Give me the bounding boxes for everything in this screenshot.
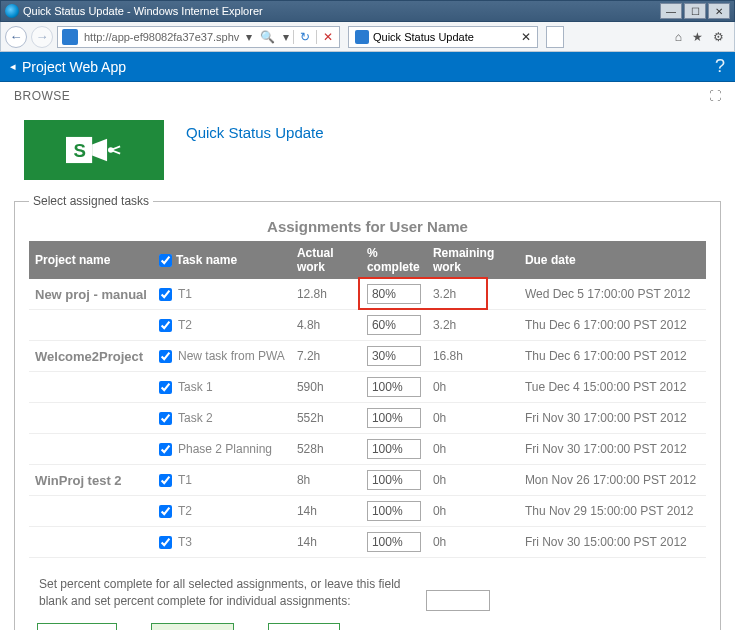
stop-icon[interactable]: ✕ (316, 30, 339, 44)
ie-icon (5, 4, 19, 18)
cell-actual: 552h (291, 403, 361, 434)
cell-pct (361, 372, 427, 403)
close-window-button[interactable]: ✕ (708, 3, 730, 19)
cell-task: Task 2 (153, 403, 291, 434)
table-title: Assignments for User Name (29, 218, 706, 235)
refresh-icon[interactable]: ↻ (293, 30, 316, 44)
cell-due: Fri Nov 30 17:00:00 PST 2012 (519, 403, 706, 434)
cell-actual: 7.2h (291, 341, 361, 372)
cell-remaining: 3.2h (427, 279, 519, 310)
cell-pct (361, 310, 427, 341)
percent-input[interactable] (367, 284, 421, 304)
percent-input[interactable] (367, 377, 421, 397)
cell-project (29, 372, 153, 403)
minimize-button[interactable]: — (660, 3, 682, 19)
percent-input[interactable] (367, 470, 421, 490)
page-title: Quick Status Update (186, 120, 324, 141)
cell-task: T1 (153, 465, 291, 496)
cell-due: Thu Dec 6 17:00:00 PST 2012 (519, 310, 706, 341)
browser-toolbar: ← → ▾ 🔍 ▾ ↻ ✕ Quick Status Update ✕ ⌂ ★ … (0, 22, 735, 52)
task-checkbox[interactable] (159, 505, 172, 518)
percent-input[interactable] (367, 315, 421, 335)
focus-content-icon[interactable]: ⛶ (709, 89, 722, 103)
favorites-icon[interactable]: ★ (692, 30, 703, 44)
cell-actual: 12.8h (291, 279, 361, 310)
cell-actual: 4.8h (291, 310, 361, 341)
bulk-instruction-text: Set percent complete for all selected as… (39, 576, 419, 610)
app-name: Project Web App (22, 59, 126, 75)
task-checkbox[interactable] (159, 443, 172, 456)
percent-input[interactable] (367, 501, 421, 521)
col-remaining: Remaining work (427, 241, 519, 279)
fieldset-legend: Select assigned tasks (29, 194, 153, 208)
new-tab-button[interactable] (546, 26, 564, 48)
site-favicon (62, 29, 78, 45)
cell-project (29, 310, 153, 341)
task-checkbox[interactable] (159, 381, 172, 394)
table-row: Phase 2 Planning528h0hFri Nov 30 17:00:0… (29, 434, 706, 465)
assigned-tasks-fieldset: Select assigned tasks Assignments for Us… (14, 194, 721, 630)
cell-pct (361, 527, 427, 558)
task-checkbox[interactable] (159, 319, 172, 332)
cell-actual: 590h (291, 372, 361, 403)
cell-task: T2 (153, 496, 291, 527)
assignments-table: Project name Task name Actual work % com… (29, 241, 706, 558)
task-checkbox[interactable] (159, 288, 172, 301)
browser-tab[interactable]: Quick Status Update ✕ (348, 26, 538, 48)
col-task: Task name (153, 241, 291, 279)
cell-project: WinProj test 2 (29, 465, 153, 496)
col-actual: Actual work (291, 241, 361, 279)
home-icon[interactable]: ⌂ (675, 30, 682, 44)
cell-actual: 528h (291, 434, 361, 465)
tab-close-icon[interactable]: ✕ (521, 30, 531, 44)
task-checkbox[interactable] (159, 350, 172, 363)
url-dropdown-icon[interactable]: ▾ (242, 30, 256, 44)
tab-title: Quick Status Update (373, 31, 517, 43)
table-row: Welcome2ProjectNew task from PWA7.2h16.8… (29, 341, 706, 372)
bulk-percent-input[interactable] (426, 590, 490, 611)
window-title: Quick Status Update - Windows Internet E… (23, 5, 660, 17)
percent-input[interactable] (367, 439, 421, 459)
task-checkbox[interactable] (159, 536, 172, 549)
task-checkbox[interactable] (159, 474, 172, 487)
percent-input[interactable] (367, 346, 421, 366)
help-icon[interactable]: ? (715, 56, 725, 77)
cell-task: Phase 2 Planning (153, 434, 291, 465)
address-bar[interactable]: ▾ 🔍 ▾ ↻ ✕ (57, 26, 340, 48)
url-input[interactable] (82, 31, 242, 43)
exit-button[interactable]: Exit (268, 623, 340, 630)
cell-actual: 14h (291, 496, 361, 527)
maximize-button[interactable]: ☐ (684, 3, 706, 19)
cell-actual: 8h (291, 465, 361, 496)
task-checkbox[interactable] (159, 412, 172, 425)
percent-input[interactable] (367, 408, 421, 428)
back-button[interactable]: ← (5, 26, 27, 48)
cell-pct (361, 341, 427, 372)
cell-project (29, 496, 153, 527)
cell-project (29, 403, 153, 434)
browse-tab[interactable]: BROWSE (14, 89, 70, 103)
search-icon[interactable]: 🔍 (256, 30, 279, 44)
cell-task: T3 (153, 527, 291, 558)
select-all-checkbox[interactable] (159, 254, 172, 267)
app-ribbon: ◂ Project Web App ? (0, 52, 735, 82)
refresh-button[interactable]: Refresh (151, 623, 235, 630)
percent-input[interactable] (367, 532, 421, 552)
cell-remaining: 0h (427, 403, 519, 434)
cell-due: Wed Dec 5 17:00:00 PST 2012 (519, 279, 706, 310)
tools-icon[interactable]: ⚙ (713, 30, 724, 44)
cell-pct (361, 434, 427, 465)
update-button[interactable]: Update (37, 623, 117, 630)
cell-pct (361, 279, 427, 310)
cell-project: New proj - manual (29, 279, 153, 310)
cell-remaining: 0h (427, 527, 519, 558)
cell-due: Fri Nov 30 17:00:00 PST 2012 (519, 434, 706, 465)
cell-due: Fri Nov 30 15:00:00 PST 2012 (519, 527, 706, 558)
table-row: New proj - manualT112.8h3.2hWed Dec 5 17… (29, 279, 706, 310)
ribbon-caret-icon[interactable]: ◂ (10, 60, 16, 73)
table-row: WinProj test 2T18h0hMon Nov 26 17:00:00 … (29, 465, 706, 496)
window-titlebar: Quick Status Update - Windows Internet E… (0, 0, 735, 22)
forward-button[interactable]: → (31, 26, 53, 48)
cell-task: T2 (153, 310, 291, 341)
search-dropdown-icon[interactable]: ▾ (279, 30, 293, 44)
